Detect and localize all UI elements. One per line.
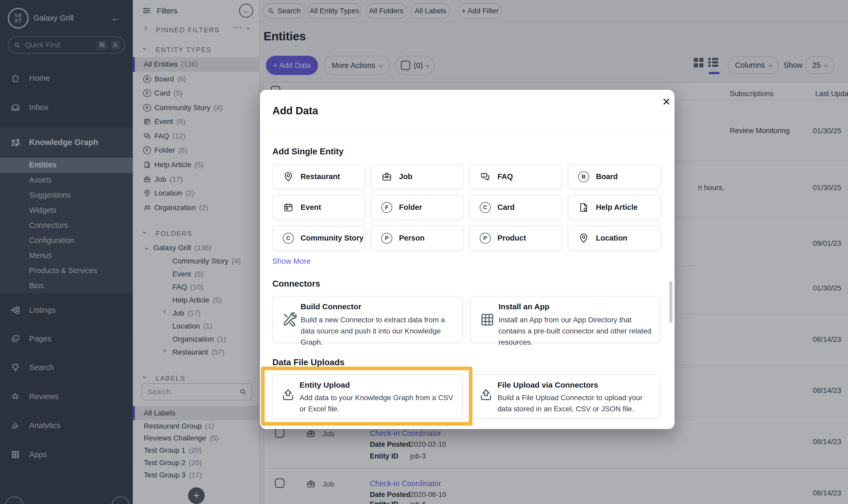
modal-title: Add Data (272, 105, 318, 116)
calendar-icon (283, 202, 294, 213)
entity-type-event-button[interactable]: Event (272, 195, 365, 220)
person-icon: P (381, 233, 392, 244)
card-icon: C (480, 202, 491, 213)
entity-type-board-button[interactable]: B Board (568, 164, 660, 189)
app-grid-icon (480, 312, 495, 327)
entity-type-person-button[interactable]: P Person (371, 226, 464, 251)
location-pin-icon (578, 233, 589, 244)
board-icon: B (578, 171, 589, 182)
button-label: Board (596, 172, 618, 181)
entity-type-location-button[interactable]: Location (568, 226, 660, 251)
briefcase-icon (381, 171, 392, 182)
card-title: Install an App (498, 302, 549, 311)
entity-type-product-button[interactable]: P Product (469, 226, 562, 251)
tools-icon (281, 311, 298, 328)
button-label: FAQ (497, 172, 513, 181)
entity-type-restaurant-button[interactable]: Restaurant (272, 164, 365, 189)
button-label: Person (399, 234, 425, 242)
button-label: Job (399, 172, 412, 181)
entity-type-folder-button[interactable]: F Folder (371, 195, 464, 220)
button-label: Help Article (596, 203, 638, 212)
build-connector-card[interactable]: Build Connector Build a new Connector to… (272, 296, 462, 343)
upload-icon (478, 387, 494, 402)
community-story-icon: C (283, 233, 294, 244)
file-upload-via-connectors-card[interactable]: File Upload via Connectors Build a File … (470, 374, 660, 419)
entity-type-help-article-button[interactable]: ? Help Article (568, 195, 660, 220)
connectors-heading: Connectors (272, 279, 320, 289)
annotation-highlight-box (261, 366, 473, 426)
product-icon: P (480, 233, 491, 244)
app-window: YE XT Galaxy Grill ← ⌘ K Home Inbox Know… (0, 0, 848, 504)
location-pin-icon (283, 171, 294, 182)
add-single-entity-heading: Add Single Entity (272, 147, 343, 157)
card-title: File Upload via Connectors (497, 381, 598, 390)
entity-type-card-button[interactable]: C Card (469, 195, 562, 220)
svg-text:?: ? (585, 208, 586, 211)
install-app-card[interactable]: Install an App Install an App from our A… (470, 296, 660, 343)
button-label: Restaurant (301, 172, 340, 181)
modal-scrollbar-thumb[interactable] (669, 281, 672, 323)
button-label: Folder (399, 203, 422, 212)
entity-type-community-story-button[interactable]: C Community Story (272, 226, 365, 251)
data-file-uploads-heading: Data File Uploads (272, 357, 344, 367)
button-label: Event (301, 203, 321, 212)
button-label: Location (596, 234, 628, 242)
button-label: Community Story (301, 234, 364, 242)
button-label: Card (497, 203, 515, 212)
entity-type-faq-button[interactable]: ? FAQ (469, 164, 562, 189)
card-description: Install an App from our App Directory th… (498, 314, 659, 348)
help-article-icon: ? (578, 202, 589, 213)
close-icon[interactable]: ✕ (662, 96, 671, 107)
show-more-link[interactable]: Show More (272, 257, 311, 266)
card-title: Build Connector (301, 302, 361, 311)
svg-text:?: ? (483, 173, 485, 177)
card-description: Build a File Upload Connector to upload … (497, 392, 658, 414)
divider (260, 131, 674, 132)
faq-icon: ? (480, 171, 491, 182)
button-label: Product (497, 234, 526, 242)
entity-type-job-button[interactable]: Job (371, 164, 464, 189)
card-description: Build a new Connector to extract data fr… (301, 314, 457, 348)
folder-icon: F (381, 202, 392, 213)
